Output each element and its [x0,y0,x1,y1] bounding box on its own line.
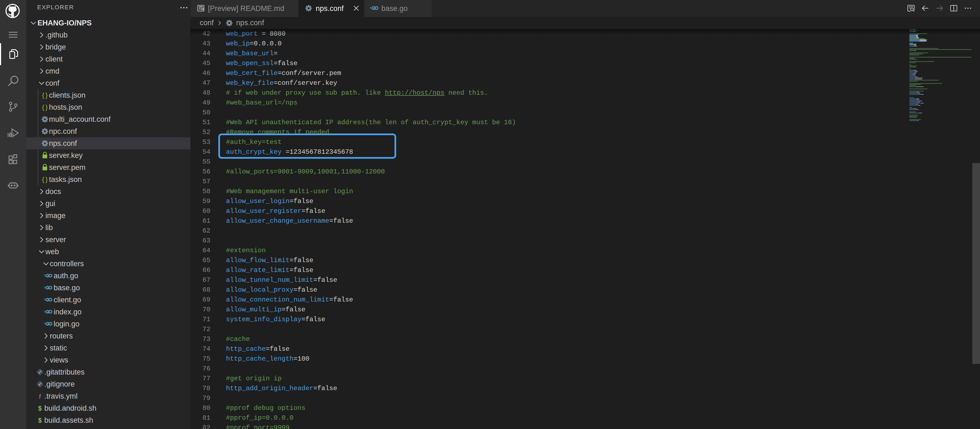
svg-text:{ }: { } [42,91,48,99]
svg-text:{ }: { } [42,103,48,111]
svg-text:$: $ [38,417,42,424]
svg-text:!: ! [38,392,41,400]
svg-text:$: $ [38,405,42,412]
svg-text:{ }: { } [42,176,48,183]
